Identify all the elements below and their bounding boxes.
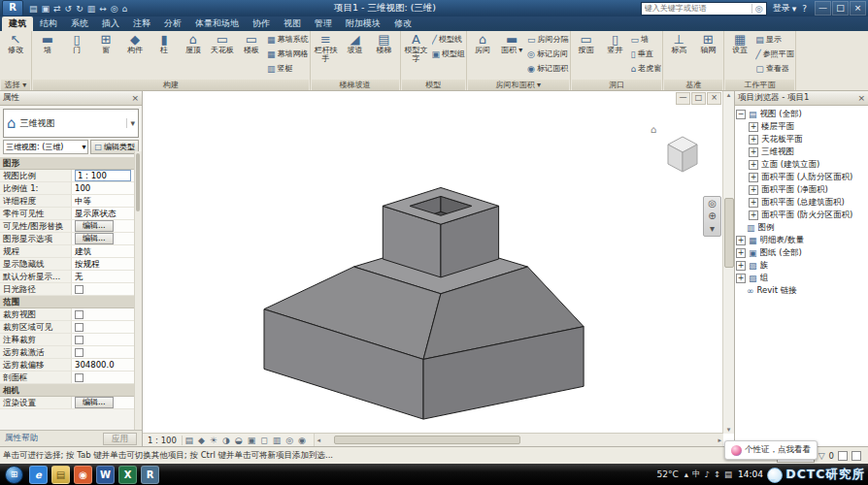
ribbon-tab[interactable]: 协作: [246, 16, 277, 31]
home-icon[interactable]: ⌂: [651, 124, 656, 135]
scrollbar-thumb[interactable]: [724, 198, 734, 268]
ribbon-tool[interactable]: ◎ 标记房间: [527, 47, 569, 61]
ribbon-tool[interactable]: ▯ 竖井: [601, 32, 630, 63]
ribbon-tool[interactable]: ▥ 竖梃: [267, 61, 309, 76]
expand-collapse-icon[interactable]: +: [749, 160, 758, 170]
property-value[interactable]: 100: [75, 182, 90, 194]
tree-item[interactable]: + 三维视图: [736, 146, 867, 158]
expand-collapse-icon[interactable]: +: [749, 185, 758, 195]
section-header-graphics[interactable]: 图形 ▴: [0, 157, 142, 170]
ribbon-tool[interactable]: ╱ 参照平面: [755, 47, 793, 61]
ribbon-tool[interactable]: ⌂ 房间: [468, 32, 497, 63]
start-button[interactable]: ⊞: [5, 466, 23, 484]
ribbon-group-label[interactable]: 基准: [664, 80, 722, 90]
property-row[interactable]: 零件可见性 显示原状态: [0, 208, 142, 220]
apply-button[interactable]: 应用: [103, 433, 137, 445]
properties-scrollbar[interactable]: [134, 151, 142, 430]
ribbon-group-label[interactable]: 模型: [402, 80, 466, 90]
zoom-icon[interactable]: ⊕: [708, 211, 716, 221]
ribbon-tool[interactable]: ▬ 墙: [33, 32, 62, 63]
press-drag-checkbox[interactable]: [851, 451, 861, 461]
help-icon[interactable]: ?: [802, 4, 807, 14]
editable-only-checkbox[interactable]: [838, 451, 848, 461]
ribbon-tab[interactable]: 注释: [126, 16, 157, 31]
rendering-dialog-icon[interactable]: ◒: [232, 436, 245, 445]
close-icon[interactable]: ×: [857, 93, 865, 103]
ribbon-tool[interactable]: ⊥ 标高: [664, 32, 693, 63]
unlocked-view-icon[interactable]: ◉: [296, 436, 309, 445]
ribbon-tool[interactable]: ▯ 垂直: [631, 47, 662, 61]
ribbon-group-label[interactable]: 洞口: [572, 80, 662, 90]
property-row[interactable]: 规程 建筑: [0, 245, 142, 258]
ribbon-tab[interactable]: 系统: [64, 16, 95, 31]
property-row[interactable]: 注释裁剪: [0, 334, 142, 346]
expand-collapse-icon[interactable]: +: [736, 236, 746, 245]
close-icon[interactable]: ×: [131, 93, 139, 103]
ribbon-tool[interactable]: ◢ 坡道: [341, 32, 370, 63]
ribbon-tab[interactable]: 视图: [277, 16, 308, 31]
reveal-hidden-icon[interactable]: ◎: [284, 436, 296, 445]
maximize-button[interactable]: □: [832, 1, 849, 16]
property-row[interactable]: 渲染设置 编辑...: [0, 397, 142, 409]
properties-help-link[interactable]: 属性帮助: [5, 433, 38, 444]
clock[interactable]: 14:04: [738, 469, 763, 479]
tree-item[interactable]: ▥ 图例: [736, 221, 867, 234]
property-value[interactable]: 编辑...: [75, 233, 114, 244]
media-player-icon[interactable]: ◉: [74, 466, 92, 484]
ribbon-tool[interactable]: ⊞ 窗: [91, 32, 120, 63]
horizontal-scrollbar[interactable]: ◂ ▸: [314, 434, 723, 446]
tree-item[interactable]: + 面积平面 (防火分区面积): [736, 209, 867, 221]
vertical-scrollbar[interactable]: ▴ ▾: [722, 91, 734, 434]
view-restore-icon[interactable]: □: [691, 92, 706, 105]
ribbon-tool[interactable]: ╱ 模型线: [432, 32, 466, 47]
property-value[interactable]: 中等: [75, 195, 91, 207]
expand-collapse-icon[interactable]: [736, 224, 744, 232]
expand-collapse-icon[interactable]: +: [749, 147, 758, 157]
property-row[interactable]: 剖面框: [0, 372, 142, 384]
view-close-icon[interactable]: ×: [707, 92, 721, 105]
tree-item[interactable]: + 面积平面 (净面积): [736, 183, 867, 196]
undo-icon[interactable]: ↺: [63, 4, 75, 14]
ribbon-tab[interactable]: 插入: [95, 16, 126, 31]
property-checkbox[interactable]: [75, 323, 83, 332]
model-3d-view[interactable]: [143, 91, 723, 434]
ribbon-tool[interactable]: ▬ 面积 ▾: [497, 32, 526, 63]
property-row[interactable]: 日光路径: [0, 283, 142, 296]
scroll-right-icon[interactable]: ▸: [716, 436, 723, 444]
action-center-icon[interactable]: ▤: [724, 469, 732, 479]
sign-in-button[interactable]: 登录 ▾: [773, 2, 797, 15]
save-icon[interactable]: ▣: [40, 4, 52, 14]
sun-path-icon[interactable]: ☀: [207, 436, 219, 445]
popup-bubble[interactable]: 个性证，点我看看: [724, 440, 818, 460]
viewcube[interactable]: [660, 130, 705, 178]
print-icon[interactable]: ▥: [85, 4, 98, 14]
property-row[interactable]: 远剪裁激活: [0, 346, 142, 359]
tree-item[interactable]: − ▤ 视图 (全部): [736, 108, 867, 120]
ribbon-tab[interactable]: 建筑: [2, 16, 33, 31]
tree-item[interactable]: + 面积平面 (人防分区面积): [736, 171, 867, 183]
tree-item[interactable]: + ▨ 组: [736, 272, 867, 284]
search-input[interactable]: [642, 4, 751, 13]
expand-collapse-icon[interactable]: +: [749, 122, 758, 132]
property-value[interactable]: 1 : 100: [75, 170, 131, 181]
ribbon-group-label[interactable]: 构建: [33, 80, 309, 90]
ribbon-tool[interactable]: ▮ 柱: [150, 32, 179, 63]
volume-icon[interactable]: ♪: [704, 469, 709, 479]
ribbon-tool[interactable]: ⌂ 屋顶: [179, 32, 208, 63]
open-icon[interactable]: ▤: [27, 4, 40, 14]
property-row[interactable]: 裁剪区域可见: [0, 321, 142, 334]
ie-icon[interactable]: e: [29, 466, 48, 484]
steering-wheel-icon[interactable]: ◎: [708, 199, 717, 209]
ribbon-tool[interactable]: ▭ 天花板: [208, 32, 237, 63]
property-checkbox[interactable]: [75, 285, 83, 294]
ribbon-tool[interactable]: ▢ 查看器: [755, 61, 793, 76]
close-button[interactable]: ×: [850, 1, 866, 16]
ribbon-tool[interactable]: ◉ 标记面积: [527, 61, 569, 76]
ribbon-tool[interactable]: ⊞ 轴网: [693, 32, 722, 63]
ribbon-tool[interactable]: ◆ 构件: [120, 32, 150, 63]
redo-icon[interactable]: ↻: [74, 4, 85, 14]
ribbon-tool[interactable]: ▭ 楼板: [237, 32, 266, 63]
expand-collapse-icon[interactable]: +: [749, 173, 758, 182]
ribbon-tool[interactable]: ▦ 设置: [725, 32, 754, 63]
filter-icon[interactable]: ▽: [818, 451, 825, 461]
